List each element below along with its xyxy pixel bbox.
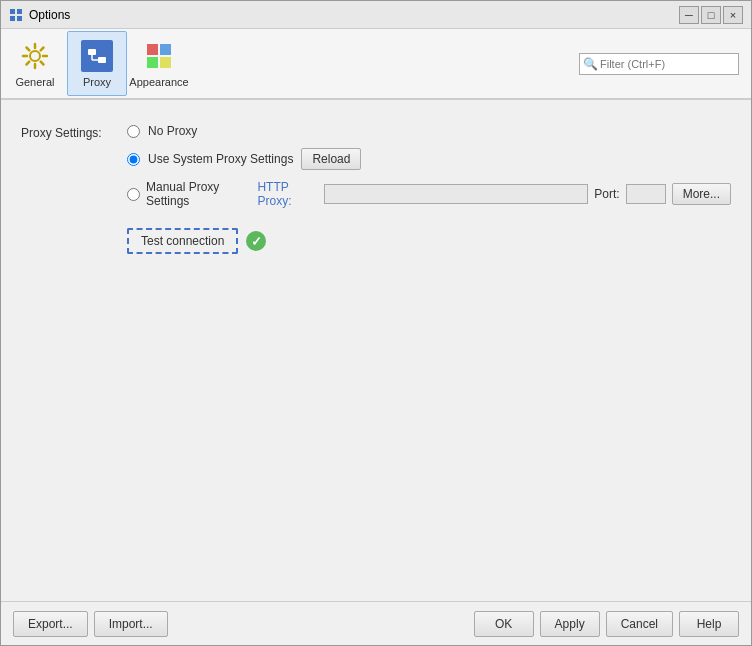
port-input[interactable] [626, 184, 666, 204]
title-bar-left: Options [9, 8, 70, 22]
proxy-options: No Proxy Use System Proxy Settings Reloa… [127, 124, 731, 208]
window-title: Options [29, 8, 70, 22]
search-area: 🔍 [571, 31, 747, 96]
title-bar: Options ─ □ × [1, 1, 751, 29]
toolbar: General Proxy [1, 29, 751, 99]
apply-button[interactable]: Apply [540, 611, 600, 637]
svg-rect-13 [88, 49, 96, 55]
toolbar-proxy-label: Proxy [83, 76, 111, 88]
manual-proxy-radio[interactable] [127, 188, 140, 201]
toolbar-appearance-label: Appearance [129, 76, 188, 88]
maximize-button[interactable]: □ [701, 6, 721, 24]
window-icon [9, 8, 23, 22]
manual-proxy-label[interactable]: Manual Proxy Settings [146, 180, 251, 208]
test-connection-button[interactable]: Test connection [127, 228, 238, 254]
svg-point-4 [30, 51, 40, 61]
minimize-button[interactable]: ─ [679, 6, 699, 24]
connection-status-icon: ✓ [246, 231, 266, 251]
svg-rect-21 [160, 57, 171, 68]
proxy-settings-section: Proxy Settings: No Proxy Use System Prox… [21, 124, 731, 208]
http-proxy-label: HTTP Proxy: [257, 180, 317, 208]
general-icon [19, 40, 51, 72]
toolbar-item-general[interactable]: General [5, 31, 65, 96]
import-button[interactable]: Import... [94, 611, 168, 637]
appearance-icon [143, 40, 175, 72]
svg-rect-3 [17, 16, 22, 21]
more-button[interactable]: More... [672, 183, 731, 205]
svg-line-9 [27, 47, 30, 50]
cancel-button[interactable]: Cancel [606, 611, 673, 637]
toolbar-item-proxy[interactable]: Proxy [67, 31, 127, 96]
test-connection-area: Test connection ✓ [127, 228, 731, 254]
main-content: Proxy Settings: No Proxy Use System Prox… [1, 100, 751, 601]
search-wrapper: 🔍 [579, 53, 739, 75]
toolbar-general-label: General [15, 76, 54, 88]
svg-rect-2 [10, 16, 15, 21]
svg-rect-19 [160, 44, 171, 55]
options-window: Options ─ □ × [0, 0, 752, 646]
proxy-settings-label: Proxy Settings: [21, 124, 111, 140]
no-proxy-label[interactable]: No Proxy [148, 124, 197, 138]
manual-proxy-row: Manual Proxy Settings HTTP Proxy: Port: … [127, 180, 731, 208]
search-input[interactable] [579, 53, 739, 75]
no-proxy-radio[interactable] [127, 125, 140, 138]
title-bar-controls: ─ □ × [679, 6, 743, 24]
footer: Export... Import... OK Apply Cancel Help [1, 601, 751, 645]
help-button[interactable]: Help [679, 611, 739, 637]
footer-left-buttons: Export... Import... [13, 611, 168, 637]
http-proxy-input[interactable] [324, 184, 589, 204]
svg-rect-20 [147, 57, 158, 68]
close-button[interactable]: × [723, 6, 743, 24]
svg-line-12 [27, 61, 30, 64]
svg-rect-18 [147, 44, 158, 55]
toolbar-item-appearance[interactable]: Appearance [129, 31, 189, 96]
ok-button[interactable]: OK [474, 611, 534, 637]
system-proxy-label[interactable]: Use System Proxy Settings [148, 152, 293, 166]
no-proxy-row: No Proxy [127, 124, 731, 138]
reload-button[interactable]: Reload [301, 148, 361, 170]
svg-rect-0 [10, 9, 15, 14]
system-proxy-radio[interactable] [127, 153, 140, 166]
svg-line-10 [41, 61, 44, 64]
svg-rect-1 [17, 9, 22, 14]
proxy-icon [81, 40, 113, 72]
port-label: Port: [594, 187, 619, 201]
system-proxy-row: Use System Proxy Settings Reload [127, 148, 731, 170]
svg-line-11 [41, 47, 44, 50]
export-button[interactable]: Export... [13, 611, 88, 637]
footer-right-buttons: OK Apply Cancel Help [474, 611, 739, 637]
